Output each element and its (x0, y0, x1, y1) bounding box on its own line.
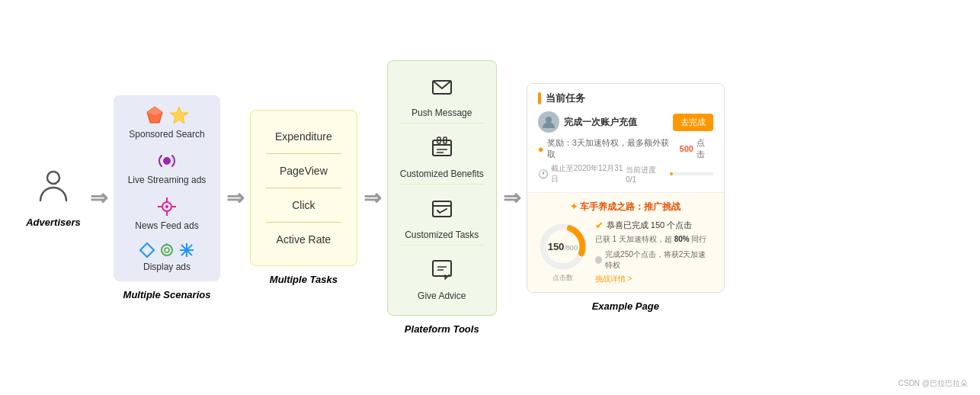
donut-denom: /800 (564, 244, 578, 252)
tool-customized-benefits: Customized Benefits (400, 131, 484, 185)
check-circle-icon: ✔ (595, 220, 604, 231)
give-advice-label: Give Advice (418, 291, 466, 301)
progress-bar-fill (670, 172, 673, 175)
challenge-link[interactable]: 挑战详情 > (595, 274, 713, 284)
live-streaming-icons (156, 150, 178, 172)
task-click: Click (266, 188, 341, 223)
task-expenditure: Expenditure (266, 120, 341, 154)
example-section-label: Example Page (592, 300, 659, 312)
customized-benefits-icon (430, 136, 454, 165)
asterisk-icon (178, 242, 195, 259)
scenarios-section: Sponsored Search Live Streaming ads (114, 95, 220, 300)
reward-suffix: 点击 (697, 137, 713, 160)
donut-sub: 点击数 (552, 273, 573, 283)
sponsored-search-label: Sponsored Search (129, 129, 204, 140)
coin-icon: ● (538, 143, 544, 155)
news-feed-label: News Feed ads (135, 220, 198, 231)
tool-push-message: Push Message (400, 70, 484, 124)
display-ads-label: Display ads (143, 262, 191, 272)
customized-tasks-icon (430, 197, 454, 226)
tool-give-advice: Give Advice (400, 253, 484, 306)
advertiser-label: Advertisers (26, 217, 81, 228)
reward-row: ● 奖励：3天加速特权，最多额外获取 500 点击 (538, 137, 713, 160)
clock-icon: 🕐 (538, 169, 549, 179)
svg-marker-3 (170, 107, 188, 124)
progress-label: 当前进度 0/1 (626, 165, 713, 184)
reward-label: 奖励：3天加速特权，最多额外获取 (547, 137, 677, 160)
svg-point-6 (165, 205, 168, 208)
scenario-news-feed: News Feed ads (126, 196, 208, 231)
current-task-title: 当前任务 (538, 92, 713, 105)
example-box: 当前任务 完成一次账户充值 去完成 (527, 83, 725, 293)
tasks-section-label: Multiple Tasks (270, 274, 338, 285)
challenge-next: 完成250个点击，将获2天加速特权 (595, 249, 713, 271)
donut-num: 150 (548, 241, 565, 252)
star-icon (168, 104, 190, 126)
tasks-box: Expenditure PageView Click Active Rate (250, 110, 357, 266)
progress-bar (670, 172, 713, 175)
svg-rect-26 (433, 201, 451, 217)
tool-customized-tasks: Customized Tasks (400, 192, 484, 246)
task-text: 完成一次账户充值 (564, 116, 637, 129)
go-complete-button[interactable]: 去完成 (673, 114, 713, 131)
display-ads-icons (139, 242, 195, 259)
gem-icon (144, 104, 165, 126)
deadline-text: 截止至2020年12月31日 (551, 163, 626, 185)
push-message-icon (430, 75, 454, 104)
challenge-content: 150/800 点击数 ✔ 恭喜已完成 150 个点击 (538, 220, 713, 284)
scenarios-section-label: Multiple Scenarios (123, 289, 211, 300)
arrow-3: ⇒ (363, 185, 381, 210)
svg-rect-20 (433, 140, 451, 156)
challenge-sub: 已获 1 天加速特权，超 80% 同行 (595, 234, 713, 245)
customized-benefits-label: Customized Benefits (400, 169, 484, 179)
diamond-icon (139, 242, 155, 259)
gray-circle-icon (595, 256, 602, 264)
scenario-display-ads: Display ads (126, 242, 208, 272)
advertiser-section: Advertisers (23, 167, 84, 228)
task-row-left: 完成一次账户充值 (538, 111, 637, 133)
feed-icon (156, 196, 178, 217)
task-active-rate: Active Rate (266, 223, 341, 256)
watermark: CSDN @巴拉巴拉朵 (898, 378, 968, 389)
person-icon (34, 167, 72, 212)
challenge-done: ✔ 恭喜已完成 150 个点击 (595, 220, 713, 231)
arrow-2: ⇒ (226, 185, 244, 210)
svg-point-4 (163, 157, 171, 165)
sponsored-search-icons (144, 104, 190, 126)
task-pageview: PageView (266, 154, 341, 188)
stream-icon (156, 150, 178, 172)
give-advice-icon (430, 258, 454, 287)
donut-chart: 150/800 (538, 222, 588, 271)
push-message-label: Push Message (412, 108, 472, 118)
donut-section: 150/800 点击数 (538, 222, 588, 283)
svg-point-0 (47, 172, 59, 184)
reward-value: 500 (680, 144, 693, 153)
scenario-live-streaming: Live Streaming ads (126, 150, 208, 185)
donut-label: 150/800 (548, 239, 578, 253)
tasks-section: Expenditure PageView Click Active Rate M… (250, 110, 357, 285)
scenarios-box: Sponsored Search Live Streaming ads (114, 95, 220, 281)
tools-section: Push Message Customized B (387, 60, 497, 335)
example-bottom: ✦ 车手养成之路：推广挑战 150/ (527, 193, 724, 292)
svg-marker-11 (140, 243, 154, 257)
svg-point-12 (162, 245, 172, 255)
tools-box: Push Message Customized B (387, 60, 497, 316)
challenge-right: ✔ 恭喜已完成 150 个点击 已获 1 天加速特权，超 80% 同行 完成25… (595, 220, 713, 284)
rotate-icon (159, 242, 175, 259)
tools-section-label: Plateform Tools (405, 323, 479, 335)
customized-tasks-label: Customized Tasks (405, 230, 479, 240)
example-top: 当前任务 完成一次账户充值 去完成 (527, 84, 724, 193)
arrow-1: ⇒ (90, 185, 107, 210)
svg-rect-28 (433, 261, 451, 276)
example-section: 当前任务 完成一次账户充值 去完成 (527, 83, 725, 312)
diagram: Advertisers ⇒ Sponso (23, 60, 957, 335)
svg-point-13 (165, 248, 169, 252)
task-row: 完成一次账户充值 去完成 (538, 111, 713, 133)
orange-bar-icon (538, 92, 541, 104)
challenge-title: ✦ 车手养成之路：推广挑战 (538, 201, 713, 214)
deadline-row: 🕐 截止至2020年12月31日 当前进度 0/1 (538, 163, 713, 185)
avatar (538, 111, 559, 133)
arrow-4: ⇒ (503, 185, 520, 210)
scenario-sponsored-search: Sponsored Search (126, 104, 208, 140)
live-streaming-label: Live Streaming ads (128, 175, 207, 185)
